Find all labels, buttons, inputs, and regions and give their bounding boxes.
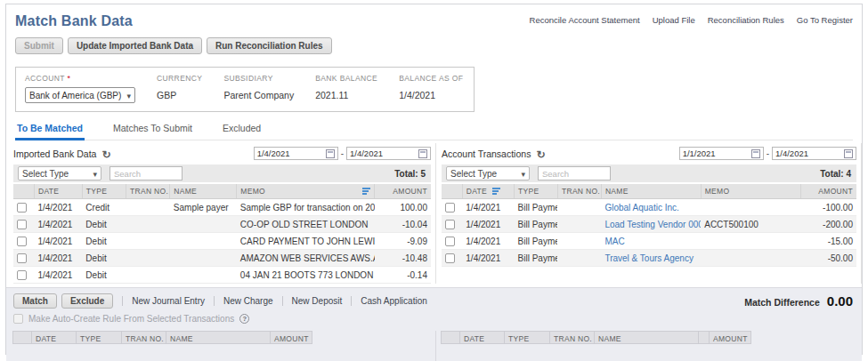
imported-type-filter-select[interactable]: Select Type: [18, 166, 101, 180]
chevron-down-icon: [93, 169, 97, 179]
row-checkbox[interactable]: [17, 270, 27, 280]
page-header: Match Bank Data Reconcile Account Statem…: [6, 4, 862, 29]
col-tran-no: TRAN NO.: [549, 331, 595, 344]
subsidiary-label: SUBSIDIARY: [223, 74, 294, 83]
col-tran-no[interactable]: TRAN NO.: [126, 184, 170, 199]
transactions-search-input[interactable]: [538, 166, 611, 180]
tab-excluded[interactable]: Excluded: [221, 123, 263, 140]
tab-to-be-matched[interactable]: To Be Matched: [15, 123, 85, 140]
submit-button[interactable]: Submit: [15, 37, 63, 54]
table-row: 1/4/2021 Debit CO-OP OLD STREET LONDON -…: [13, 216, 431, 233]
row-checkbox[interactable]: [17, 253, 27, 263]
col-date[interactable]: DATE: [462, 184, 514, 199]
col-memo[interactable]: MEMO: [237, 184, 375, 199]
toolbar: Submit Update Imported Bank Data Run Rec…: [6, 29, 862, 54]
refresh-icon[interactable]: [536, 146, 545, 162]
row-checkbox[interactable]: [445, 253, 455, 263]
col-amount[interactable]: AMOUNT: [800, 184, 856, 199]
new-journal-entry-link[interactable]: New Journal Entry: [122, 296, 214, 306]
col-type[interactable]: TYPE: [515, 184, 558, 199]
bank-balance-label: BANK BALANCE: [315, 74, 377, 83]
link-reconcile-account-statement[interactable]: Reconcile Account Statement: [530, 15, 640, 25]
col-date: DATE: [31, 331, 77, 344]
transaction-name-link[interactable]: MAC: [604, 237, 624, 246]
row-checkbox[interactable]: [17, 220, 27, 229]
table-row: 1/4/2021 Debit CARD PAYMENT TO JOHN LEWI…: [13, 233, 431, 250]
bank-balance-value: 2021.11: [315, 90, 377, 100]
calendar-icon[interactable]: [418, 149, 427, 158]
row-checkbox[interactable]: [17, 237, 27, 246]
imported-bank-data-panel: Imported Bank Data 1/4/2021 - 1/4/2021 S…: [6, 143, 436, 284]
imported-bank-data-title: Imported Bank Data: [13, 148, 96, 159]
account-select[interactable]: Bank of America (GBP): [25, 87, 135, 103]
col-tran-no: TRAN NO.: [121, 331, 166, 344]
help-icon[interactable]: [239, 314, 249, 324]
run-reconciliation-rules-button[interactable]: Run Reconciliation Rules: [207, 37, 332, 54]
new-deposit-link[interactable]: New Deposit: [282, 296, 352, 306]
matched-transactions-table: DATE TYPE TRAN NO. NAME AMOUNT: [436, 331, 853, 361]
transactions-type-filter-select[interactable]: Select Type: [446, 166, 530, 180]
row-checkbox[interactable]: [445, 220, 455, 229]
header-links: Reconcile Account Statement Upload File …: [530, 15, 853, 25]
required-asterisk: *: [67, 74, 70, 83]
link-upload-file[interactable]: Upload File: [653, 15, 695, 25]
imported-date-from-input[interactable]: 1/4/2021: [254, 147, 338, 160]
col-name[interactable]: NAME: [601, 184, 701, 199]
date-range-separator: -: [767, 148, 769, 158]
calendar-icon[interactable]: [751, 149, 760, 158]
imported-date-to-input[interactable]: 1/4/2021: [346, 147, 431, 160]
transactions-date-to-input[interactable]: 1/4/2021: [772, 147, 856, 160]
col-amount[interactable]: AMOUNT: [375, 184, 431, 199]
main-split: Imported Bank Data 1/4/2021 - 1/4/2021 S…: [6, 143, 862, 284]
row-checkbox[interactable]: [17, 203, 27, 213]
transaction-name-link[interactable]: Load Testing Vendor 0001: [604, 220, 701, 229]
table-row: 1/4/2021 Bill Payment Global Aquatic Inc…: [442, 199, 856, 216]
col-tran-no[interactable]: TRAN NO.: [557, 184, 601, 199]
col-date[interactable]: DATE: [34, 184, 82, 199]
link-go-to-register[interactable]: Go To Register: [797, 15, 853, 25]
transaction-name-link[interactable]: Global Aquatic Inc.: [604, 203, 678, 213]
update-imported-bank-data-button[interactable]: Update Imported Bank Data: [68, 37, 202, 54]
sort-filter-icon[interactable]: [492, 188, 500, 195]
refresh-icon[interactable]: [101, 146, 110, 162]
col-name: NAME: [594, 331, 699, 344]
bank-balance-field: BANK BALANCE 2021.11: [315, 74, 377, 103]
page-title: Match Bank Data: [15, 13, 133, 29]
transaction-name-link[interactable]: Travel & Tours Agency: [604, 253, 694, 263]
chevron-down-icon: [521, 169, 525, 179]
col-type[interactable]: TYPE: [82, 184, 126, 199]
link-reconciliation-rules[interactable]: Reconciliation Rules: [708, 15, 784, 25]
col-type: TYPE: [504, 331, 550, 344]
col-amount: AMOUNT: [270, 331, 312, 344]
exclude-button[interactable]: Exclude: [61, 293, 113, 309]
sort-filter-icon[interactable]: [362, 188, 370, 195]
select-header: [441, 331, 460, 344]
calendar-icon[interactable]: [844, 149, 853, 158]
balance-as-of-field: BALANCE AS OF 1/4/2021: [399, 74, 463, 103]
row-checkbox[interactable]: [445, 237, 455, 246]
col-name[interactable]: NAME: [170, 184, 237, 199]
auto-create-rule-checkbox[interactable]: [13, 314, 23, 324]
table-row: 1/4/2021 Credit Sample payer Sample GBP …: [13, 199, 431, 216]
col-memo[interactable]: MEMO: [701, 184, 800, 199]
currency-value: GBP: [157, 90, 202, 100]
new-charge-link[interactable]: New Charge: [214, 296, 282, 306]
match-button[interactable]: Match: [13, 293, 57, 309]
col-name: NAME: [166, 331, 271, 344]
match-difference-value: 0.00: [827, 293, 853, 309]
transactions-date-from-input[interactable]: 1/1/2021: [679, 147, 764, 160]
date-range-separator: -: [341, 148, 344, 158]
cash-application-link[interactable]: Cash Application: [351, 296, 436, 306]
account-transactions-table: DATE TYPE TRAN NO. NAME MEMO AMOUNT 1/4/…: [442, 184, 856, 267]
col-amount: AMOUNT: [709, 331, 751, 344]
row-checkbox[interactable]: [445, 203, 455, 213]
imported-search-input[interactable]: [110, 166, 183, 180]
calendar-icon[interactable]: [326, 149, 335, 158]
select-header: [12, 331, 32, 344]
table-row: 1/4/2021 Debit AMAZON WEB SERVICES AWS.A…: [13, 250, 431, 267]
tab-matches-to-submit[interactable]: Matches To Submit: [111, 123, 194, 140]
account-label: ACCOUNT: [25, 74, 65, 83]
table-row: 1/4/2021 Bill Payment Travel & Tours Age…: [442, 250, 856, 267]
subsidiary-value: Parent Company: [223, 90, 294, 100]
subsidiary-field: SUBSIDIARY Parent Company: [223, 74, 294, 103]
